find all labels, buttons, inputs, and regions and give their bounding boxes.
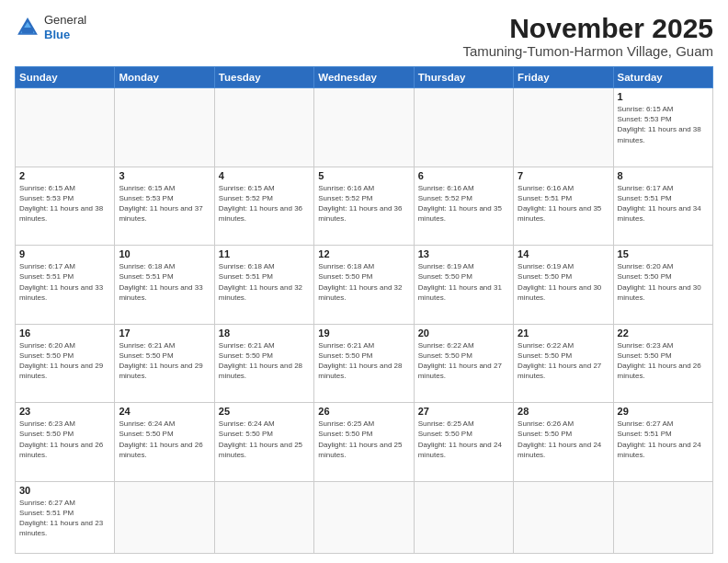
week-row-2: 2 Sunrise: 6:15 AMSunset: 5:53 PMDayligh… (16, 167, 713, 246)
empty-cell (115, 481, 214, 553)
empty-cell (115, 88, 214, 167)
day-12: 12 Sunrise: 6:18 AMSunset: 5:50 PMDaylig… (314, 246, 414, 325)
empty-cell (314, 481, 414, 553)
day-26: 26 Sunrise: 6:25 AMSunset: 5:50 PMDaylig… (314, 403, 414, 482)
day-25: 25 Sunrise: 6:24 AMSunset: 5:50 PMDaylig… (214, 403, 313, 482)
day-14: 14 Sunrise: 6:19 AMSunset: 5:50 PMDaylig… (514, 246, 613, 325)
day-20: 20 Sunrise: 6:22 AMSunset: 5:50 PMDaylig… (414, 324, 513, 403)
day-27: 27 Sunrise: 6:25 AMSunset: 5:50 PMDaylig… (414, 403, 513, 482)
day-5: 5 Sunrise: 6:16 AMSunset: 5:52 PMDayligh… (314, 167, 414, 246)
day-18: 18 Sunrise: 6:21 AMSunset: 5:50 PMDaylig… (214, 324, 313, 403)
empty-cell (314, 88, 414, 167)
header-sunday: Sunday (16, 67, 115, 88)
day-29: 29 Sunrise: 6:27 AMSunset: 5:51 PMDaylig… (613, 403, 712, 482)
day-13: 13 Sunrise: 6:19 AMSunset: 5:50 PMDaylig… (414, 246, 513, 325)
title-block: November 2025 Tamuning-Tumon-Harmon Vill… (462, 13, 713, 59)
day-8: 8 Sunrise: 6:17 AMSunset: 5:51 PMDayligh… (613, 167, 712, 246)
day-30: 30 Sunrise: 6:27 AMSunset: 5:51 PMDaylig… (16, 481, 115, 553)
empty-cell (414, 88, 513, 167)
day-28: 28 Sunrise: 6:26 AMSunset: 5:50 PMDaylig… (514, 403, 613, 482)
day-17: 17 Sunrise: 6:21 AMSunset: 5:50 PMDaylig… (115, 324, 214, 403)
day-3: 3 Sunrise: 6:15 AMSunset: 5:53 PMDayligh… (115, 167, 214, 246)
month-title: November 2025 (462, 13, 713, 43)
week-row-4: 16 Sunrise: 6:20 AMSunset: 5:50 PMDaylig… (16, 324, 713, 403)
empty-cell (514, 88, 613, 167)
week-row-5: 23 Sunrise: 6:23 AMSunset: 5:50 PMDaylig… (16, 403, 713, 482)
day-1: 1 Sunrise: 6:15 AMSunset: 5:53 PMDayligh… (613, 88, 712, 167)
calendar-table: Sunday Monday Tuesday Wednesday Thursday… (15, 66, 713, 554)
day-6: 6 Sunrise: 6:16 AMSunset: 5:52 PMDayligh… (414, 167, 513, 246)
day-2: 2 Sunrise: 6:15 AMSunset: 5:53 PMDayligh… (16, 167, 115, 246)
day-24: 24 Sunrise: 6:24 AMSunset: 5:50 PMDaylig… (115, 403, 214, 482)
logo-text: General Blue (44, 13, 86, 41)
empty-cell (214, 481, 313, 553)
day-16: 16 Sunrise: 6:20 AMSunset: 5:50 PMDaylig… (16, 324, 115, 403)
day-19: 19 Sunrise: 6:21 AMSunset: 5:50 PMDaylig… (314, 324, 414, 403)
day-10: 10 Sunrise: 6:18 AMSunset: 5:51 PMDaylig… (115, 246, 214, 325)
empty-cell (16, 88, 115, 167)
empty-cell (613, 481, 712, 553)
week-row-6: 30 Sunrise: 6:27 AMSunset: 5:51 PMDaylig… (16, 481, 713, 553)
day-7: 7 Sunrise: 6:16 AMSunset: 5:51 PMDayligh… (514, 167, 613, 246)
weekday-header-row: Sunday Monday Tuesday Wednesday Thursday… (16, 67, 713, 88)
day-15: 15 Sunrise: 6:20 AMSunset: 5:50 PMDaylig… (613, 246, 712, 325)
empty-cell (514, 481, 613, 553)
empty-cell (414, 481, 513, 553)
logo-icon (15, 15, 40, 40)
page: General Blue November 2025 Tamuning-Tumo… (0, 0, 728, 563)
header-friday: Friday (514, 67, 613, 88)
day-4: 4 Sunrise: 6:15 AMSunset: 5:52 PMDayligh… (214, 167, 313, 246)
logo: General Blue (15, 13, 86, 41)
day-11: 11 Sunrise: 6:18 AMSunset: 5:51 PMDaylig… (214, 246, 313, 325)
header: General Blue November 2025 Tamuning-Tumo… (15, 13, 713, 59)
week-row-3: 9 Sunrise: 6:17 AMSunset: 5:51 PMDayligh… (16, 246, 713, 325)
header-wednesday: Wednesday (314, 67, 414, 88)
header-tuesday: Tuesday (214, 67, 313, 88)
logo-general: General (44, 13, 86, 27)
empty-cell (214, 88, 313, 167)
logo-blue: Blue (44, 28, 70, 41)
day-22: 22 Sunrise: 6:23 AMSunset: 5:50 PMDaylig… (613, 324, 712, 403)
header-saturday: Saturday (613, 67, 712, 88)
day-21: 21 Sunrise: 6:22 AMSunset: 5:50 PMDaylig… (514, 324, 613, 403)
week-row-1: 1 Sunrise: 6:15 AMSunset: 5:53 PMDayligh… (16, 88, 713, 167)
day-9: 9 Sunrise: 6:17 AMSunset: 5:51 PMDayligh… (16, 246, 115, 325)
svg-rect-2 (22, 28, 33, 33)
header-thursday: Thursday (414, 67, 513, 88)
location-title: Tamuning-Tumon-Harmon Village, Guam (462, 43, 713, 59)
header-monday: Monday (115, 67, 214, 88)
day-23: 23 Sunrise: 6:23 AMSunset: 5:50 PMDaylig… (16, 403, 115, 482)
